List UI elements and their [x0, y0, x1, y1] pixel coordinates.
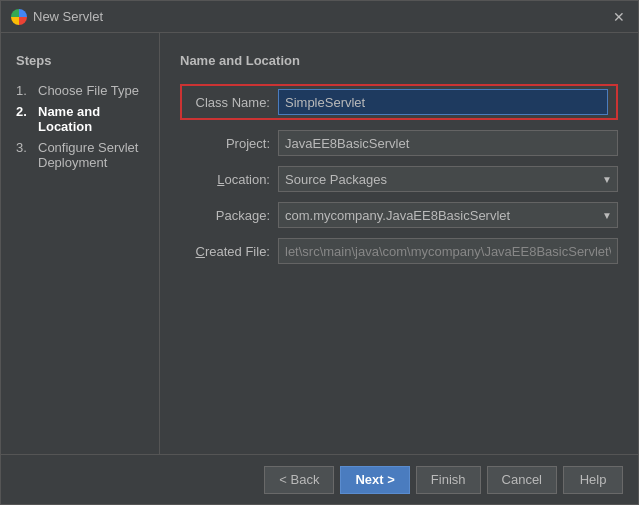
location-row: Location: Source Packages — [180, 166, 618, 192]
back-button[interactable]: < Back — [264, 466, 334, 494]
step-3-num: 3. — [16, 140, 32, 170]
step-2-num: 2. — [16, 104, 32, 134]
step-3: 3. Configure ServletDeployment — [16, 137, 144, 173]
class-name-label: Class Name: — [188, 95, 270, 110]
main-panel: Name and Location Class Name: Project: — [160, 33, 638, 454]
new-servlet-dialog: New Servlet ✕ Steps 1. Choose File Type … — [0, 0, 639, 505]
help-button[interactable]: Help — [563, 466, 623, 494]
steps-panel: Steps 1. Choose File Type 2. Name and Lo… — [1, 33, 160, 454]
form-area: Class Name: Project: Location: — [180, 84, 618, 264]
class-name-row: Class Name: — [180, 84, 618, 120]
package-select[interactable]: com.mycompany.JavaEE8BasicServlet — [278, 202, 618, 228]
location-label: Location: — [180, 172, 270, 187]
project-input[interactable] — [278, 130, 618, 156]
project-row: Project: — [180, 130, 618, 156]
package-select-wrapper: com.mycompany.JavaEE8BasicServlet — [278, 202, 618, 228]
step-3-label: Configure ServletDeployment — [38, 140, 138, 170]
location-select-wrapper: Source Packages — [278, 166, 618, 192]
title-bar: New Servlet ✕ — [1, 1, 638, 33]
footer: < Back Next > Finish Cancel Help — [1, 454, 638, 504]
cancel-button[interactable]: Cancel — [487, 466, 557, 494]
dialog-content: Steps 1. Choose File Type 2. Name and Lo… — [1, 33, 638, 454]
created-file-row: Created File: — [180, 238, 618, 264]
created-file-input[interactable] — [278, 238, 618, 264]
package-row: Package: com.mycompany.JavaEE8BasicServl… — [180, 202, 618, 228]
class-name-input[interactable] — [278, 89, 608, 115]
steps-title: Steps — [16, 53, 144, 68]
created-file-label: Created File: — [180, 244, 270, 259]
step-2-label: Name and Location — [38, 104, 144, 134]
package-label: Package: — [180, 208, 270, 223]
class-name-label-text: Class Name: — [196, 95, 270, 110]
step-1-num: 1. — [16, 83, 32, 98]
location-label-u: Location: — [217, 172, 270, 187]
dialog-title: New Servlet — [33, 9, 103, 24]
step-1: 1. Choose File Type — [16, 80, 144, 101]
app-icon — [11, 9, 27, 25]
close-button[interactable]: ✕ — [610, 8, 628, 26]
project-label: Project: — [180, 136, 270, 151]
step-2: 2. Name and Location — [16, 101, 144, 137]
title-bar-left: New Servlet — [11, 9, 103, 25]
location-select[interactable]: Source Packages — [278, 166, 618, 192]
step-1-label: Choose File Type — [38, 83, 139, 98]
next-button[interactable]: Next > — [340, 466, 409, 494]
section-title: Name and Location — [180, 53, 618, 68]
finish-button[interactable]: Finish — [416, 466, 481, 494]
